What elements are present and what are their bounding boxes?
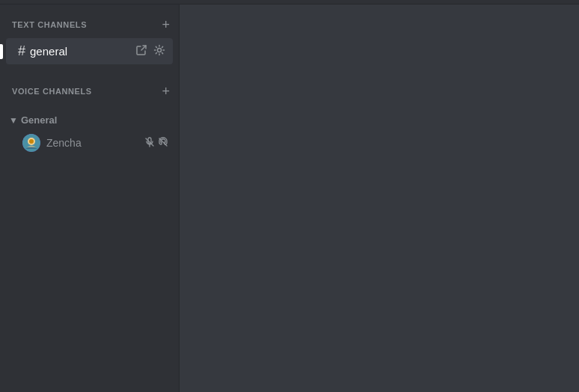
svg-point-3 (29, 139, 34, 144)
avatar-zencha (22, 134, 40, 152)
voice-channels-header[interactable]: VOICE CHANNELS + (0, 71, 179, 104)
main-content (180, 4, 579, 392)
channel-settings-icon[interactable] (152, 43, 167, 60)
voice-user-action-icons (144, 137, 168, 150)
voice-username-zencha: Zencha (46, 137, 144, 149)
invite-icon[interactable] (134, 43, 149, 60)
channel-action-icons (134, 43, 167, 60)
app-layout: TEXT CHANNELS + # general (0, 4, 579, 392)
voice-category-general: ▼ General (0, 110, 179, 156)
sidebar: TEXT CHANNELS + # general (0, 4, 180, 392)
voice-user-zencha[interactable]: Zencha (18, 131, 173, 155)
text-channels-label: TEXT CHANNELS (12, 20, 87, 29)
chevron-down-icon: ▼ (9, 115, 18, 126)
add-voice-channel-button[interactable]: + (159, 83, 173, 99)
channel-name-general: general (30, 45, 134, 58)
voice-category-header[interactable]: ▼ General (6, 110, 173, 130)
voice-category-name: General (21, 114, 170, 126)
mute-user-icon[interactable] (144, 137, 155, 150)
channel-hash-icon: # (18, 43, 25, 59)
avatar-image (22, 134, 40, 152)
add-text-channel-button[interactable]: + (159, 16, 173, 33)
deafen-user-icon[interactable] (158, 137, 168, 150)
svg-point-0 (158, 49, 162, 52)
channel-item-general[interactable]: # general (6, 38, 173, 64)
text-channels-header[interactable]: TEXT CHANNELS + (0, 4, 179, 37)
voice-channels-label: VOICE CHANNELS (12, 87, 92, 96)
